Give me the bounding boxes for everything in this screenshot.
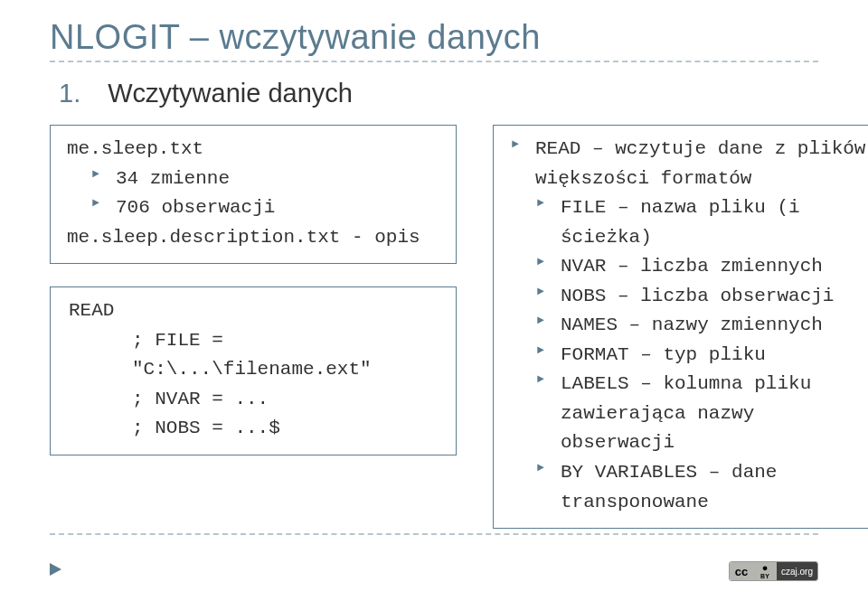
right-read-line2: większości formatów — [512, 164, 868, 194]
left-line-description: me.sleep.description.txt - opis — [67, 223, 438, 253]
right-labels-line3: obserwacji — [537, 428, 868, 458]
code-box: READ ; FILE = "C:\...\filename.ext" ; NV… — [50, 286, 457, 455]
footer-arrow-icon — [50, 563, 61, 576]
cc-domain: czaj.org — [777, 562, 817, 580]
cc-icon: cc — [730, 562, 753, 580]
page-title: NLOGIT – wczytywanie danych — [50, 18, 818, 57]
code-line-nobs: ; NOBS = ...$ — [69, 414, 438, 444]
divider-top — [50, 61, 818, 62]
right-names: NAMES – nazwy zmiennych — [537, 311, 868, 341]
right-nobs: NOBS – liczba obserwacji — [537, 282, 868, 312]
right-file-line1: FILE – nazwa pliku (i — [537, 193, 868, 223]
right-read-line1: READ – wczytuje dane z plików — [512, 135, 868, 164]
subtitle-text: Wczytywanie danych — [108, 79, 353, 108]
subtitle-number: 1. — [59, 79, 80, 108]
code-line-read: READ — [69, 296, 438, 326]
code-line-nvar: ; NVAR = ... — [69, 385, 438, 415]
right-labels-line1: LABELS – kolumna pliku — [537, 370, 868, 399]
left-line-obserwacji: 706 obserwacji — [92, 193, 438, 223]
left-info-box: me.sleep.txt 34 zmienne 706 obserwacji m… — [50, 125, 457, 264]
right-format: FORMAT – typ pliku — [537, 341, 868, 371]
right-nvar: NVAR – liczba zmiennych — [537, 252, 868, 282]
code-line-file: ; FILE = "C:\...\filename.ext" — [69, 326, 438, 385]
right-byvar-line2: transponowane — [537, 488, 868, 518]
divider-bottom — [50, 533, 818, 535]
right-info-box: READ – wczytuje dane z plików większości… — [493, 125, 868, 529]
right-byvar-line1: BY VARIABLES – dane — [537, 458, 868, 488]
cc-by-text: BY — [760, 573, 769, 579]
subtitle: 1. Wczytywanie danych — [50, 79, 818, 108]
cc-license-badge: cc ● BY czaj.org — [729, 561, 818, 581]
left-line-filename: me.sleep.txt — [67, 135, 438, 164]
left-line-zmienne: 34 zmienne — [92, 164, 438, 194]
right-labels-line2: zawierająca nazwy — [537, 399, 868, 429]
person-icon: ● — [762, 563, 769, 573]
cc-by-icon: ● BY — [753, 562, 777, 580]
right-file-line2: ścieżka) — [537, 223, 868, 253]
